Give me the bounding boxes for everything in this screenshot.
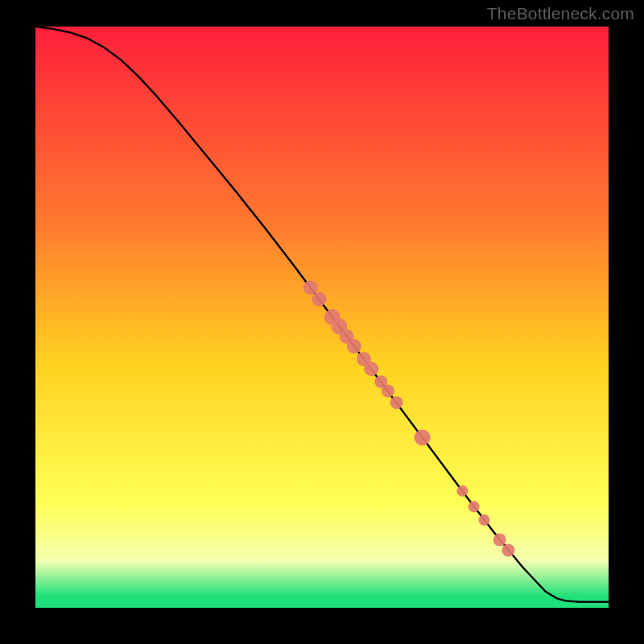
chart-stage: TheBottleneck.com bbox=[0, 0, 644, 644]
highlight-dot bbox=[415, 429, 431, 445]
highlight-dot bbox=[493, 534, 506, 547]
plot-background bbox=[35, 27, 609, 608]
highlight-dot bbox=[312, 292, 326, 307]
highlight-dot bbox=[390, 396, 403, 409]
highlight-dot bbox=[382, 385, 394, 398]
highlight-dot bbox=[303, 280, 318, 295]
highlight-dot bbox=[479, 514, 490, 526]
highlight-dot bbox=[347, 339, 361, 353]
highlight-dot bbox=[456, 485, 468, 497]
highlight-dot bbox=[502, 544, 514, 557]
bottleneck-chart bbox=[0, 0, 644, 644]
highlight-dot bbox=[364, 361, 378, 376]
highlight-dot bbox=[469, 501, 480, 512]
